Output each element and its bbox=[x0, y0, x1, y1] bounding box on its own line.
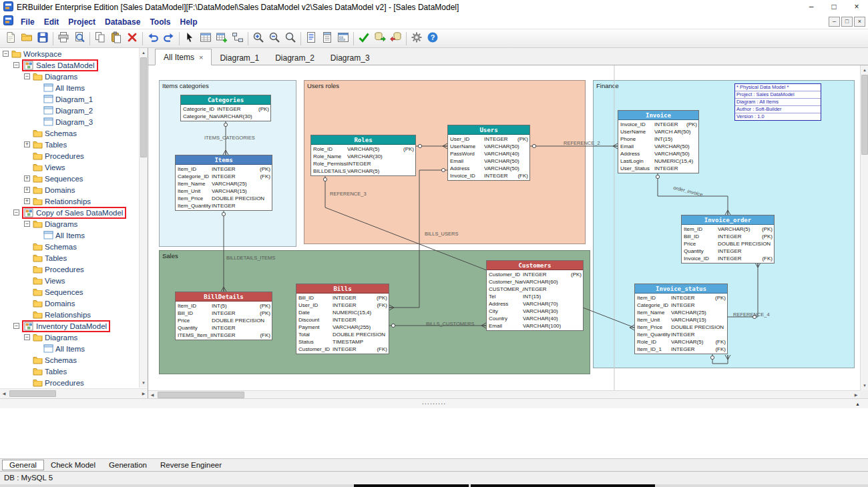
tree-item-all-items[interactable]: All Items bbox=[35, 229, 85, 241]
tree-item-diagram-1[interactable]: Diagram_1 bbox=[35, 93, 93, 105]
output-tab-check-model[interactable]: Check Model bbox=[44, 460, 102, 470]
mdi-restore-button[interactable]: □ bbox=[841, 17, 853, 27]
tree-item-views[interactable]: Views bbox=[24, 275, 65, 286]
tab-all-items[interactable]: All Items× bbox=[155, 49, 212, 65]
tree-horizontal-scrollbar[interactable]: ◀ ▶ bbox=[0, 388, 148, 398]
help-button[interactable]: ? bbox=[425, 31, 441, 47]
tab-diagram-2[interactable]: Diagram_2 bbox=[267, 51, 322, 65]
check-model-button[interactable] bbox=[356, 31, 372, 47]
tree-item-sequences[interactable]: Sequences bbox=[24, 286, 83, 298]
tree-item-schemas[interactable]: Schemas bbox=[24, 127, 77, 139]
tree-item-diagrams[interactable]: −Diagrams bbox=[24, 332, 77, 343]
splitter-handle[interactable]: ......... ▲ bbox=[0, 398, 868, 408]
tree-item-sales-datamodel[interactable]: −Sales DataModel bbox=[13, 59, 98, 71]
tree-item-diagrams[interactable]: −Diagrams bbox=[24, 218, 77, 229]
collapse-expander-icon[interactable]: − bbox=[24, 221, 30, 227]
scroll-up-icon[interactable]: ▲ bbox=[140, 48, 148, 57]
tree-item-relationships[interactable]: Relationships bbox=[24, 309, 91, 320]
tree-item-procedures[interactable]: Procedures bbox=[24, 264, 84, 275]
entity-bills[interactable]: BillsBill_IDINTEGER(PK)User_IDINTEGER(FK… bbox=[296, 284, 389, 354]
add-table-button[interactable] bbox=[214, 31, 230, 47]
entity-billdetails[interactable]: BillDetailsItem_IDINT(5)(PK)Bill_IDINTEG… bbox=[175, 292, 272, 340]
expand-expander-icon[interactable]: + bbox=[24, 141, 30, 147]
tree-item-schemas[interactable]: Schemas bbox=[24, 241, 77, 252]
print-button[interactable] bbox=[55, 31, 71, 47]
tree-item-views[interactable]: Views bbox=[24, 161, 65, 173]
copy-button[interactable] bbox=[92, 31, 108, 47]
tree-item-copy-of-sales-datamodel[interactable]: −Copy of Sales DataModel bbox=[13, 207, 126, 218]
tree-item-tables[interactable]: Tables bbox=[24, 366, 67, 377]
output-tab-reverse-engineer[interactable]: Reverse Engineer bbox=[154, 460, 228, 470]
scrollbar-thumb[interactable] bbox=[861, 75, 868, 155]
forward-engineer-button[interactable] bbox=[372, 31, 388, 47]
save-button[interactable] bbox=[35, 31, 51, 47]
open-folder-button[interactable] bbox=[19, 31, 35, 47]
entity-customers[interactable]: CustomersCustomer_IDINTEGER(PK)Customer_… bbox=[486, 260, 584, 331]
scrollbar-thumb[interactable] bbox=[158, 392, 244, 398]
window-close-button[interactable]: × bbox=[845, 0, 868, 15]
menu-file[interactable]: File bbox=[16, 16, 39, 28]
expand-expander-icon[interactable]: + bbox=[24, 175, 30, 181]
tree-item-all-items[interactable]: All Items bbox=[35, 343, 85, 354]
menu-tools[interactable]: Tools bbox=[145, 16, 175, 28]
new-file-button[interactable] bbox=[3, 31, 19, 47]
scroll-left-icon[interactable]: ◀ bbox=[0, 389, 8, 398]
splitter-dots[interactable]: ......... bbox=[0, 399, 868, 405]
tree-item-schemas[interactable]: Schemas bbox=[24, 354, 77, 366]
window-minimize-button[interactable]: – bbox=[800, 0, 823, 15]
tree-item-diagram-2[interactable]: Diagram_2 bbox=[35, 105, 93, 116]
redo-button[interactable] bbox=[161, 31, 177, 47]
scroll-up-icon[interactable]: ▲ bbox=[861, 65, 868, 75]
collapse-expander-icon[interactable]: − bbox=[13, 62, 19, 68]
menu-project[interactable]: Project bbox=[63, 16, 100, 28]
table-button[interactable] bbox=[198, 31, 214, 47]
tree-item-sequences[interactable]: +Sequences bbox=[24, 173, 83, 184]
zoom-button[interactable] bbox=[282, 31, 298, 47]
scrollbar-thumb[interactable] bbox=[140, 57, 147, 157]
entity-invoice-order[interactable]: Invoice_orderItem_IDVARCHAR(5)(PK)Bill_I… bbox=[681, 215, 775, 264]
entity-invoice[interactable]: InvoiceInvoice_IDINTEGER(PK)UserNameVARC… bbox=[618, 110, 699, 173]
diagram-note[interactable]: * Physical Data Model *Project : Sales D… bbox=[734, 83, 821, 121]
paste-button[interactable] bbox=[108, 31, 124, 47]
entity-invoice-status[interactable]: Invoice_statusItem_IDINTEGER(PK)Categori… bbox=[634, 284, 728, 354]
collapse-expander-icon[interactable]: − bbox=[24, 73, 30, 79]
tree-item-diagram-3[interactable]: Diagram_3 bbox=[35, 116, 93, 127]
scroll-down-icon[interactable]: ▼ bbox=[861, 381, 868, 390]
collapse-expander-icon[interactable]: − bbox=[13, 323, 19, 329]
report-button[interactable] bbox=[303, 31, 319, 47]
output-tab-generation[interactable]: Generation bbox=[102, 460, 154, 470]
expand-expander-icon[interactable]: + bbox=[24, 187, 30, 193]
diagram-canvas[interactable]: Items categoriesUsers rolesFinanceSalesI… bbox=[148, 65, 860, 390]
tree-item-inventory-datamodel[interactable]: −Inventory DataModel bbox=[13, 320, 110, 332]
entity-categories[interactable]: CategoriesCategorie_IDINTEGER(PK)Categor… bbox=[180, 95, 271, 121]
menu-database[interactable]: Database bbox=[100, 16, 145, 28]
reverse-engineer-button[interactable] bbox=[388, 31, 404, 47]
mdi-minimize-button[interactable]: – bbox=[829, 17, 840, 27]
collapse-expander-icon[interactable]: − bbox=[24, 334, 30, 340]
pointer-button[interactable] bbox=[182, 31, 198, 47]
tab-diagram-3[interactable]: Diagram_3 bbox=[322, 51, 378, 65]
collapse-expander-icon[interactable]: − bbox=[13, 209, 19, 215]
tree-item-workspace[interactable]: −Workspace bbox=[3, 48, 61, 59]
zoom-out-button[interactable] bbox=[266, 31, 282, 47]
expand-expander-icon[interactable]: + bbox=[24, 198, 30, 204]
tree-item-all-items[interactable]: All Items bbox=[35, 82, 85, 93]
canvas-vertical-scrollbar[interactable]: ▲ ▼ bbox=[860, 65, 868, 390]
menu-edit[interactable]: Edit bbox=[39, 16, 64, 28]
tree-item-diagrams[interactable]: −Diagrams bbox=[24, 71, 77, 82]
canvas-horizontal-scrollbar[interactable]: ◀ ▶ bbox=[148, 390, 860, 398]
output-tab-general[interactable]: General bbox=[2, 460, 44, 470]
undo-button[interactable] bbox=[145, 31, 161, 47]
print-preview-button[interactable] bbox=[71, 31, 87, 47]
tree-item-domains[interactable]: +Domains bbox=[24, 184, 75, 195]
form-button[interactable] bbox=[335, 31, 351, 47]
tab-close-icon[interactable]: × bbox=[199, 53, 203, 61]
entity-users[interactable]: UsersUser_IDINTEGER(PK)UserNameVARCHAR(5… bbox=[447, 125, 530, 181]
tree-item-tables[interactable]: +Tables bbox=[24, 139, 67, 150]
zoom-in-button[interactable] bbox=[250, 31, 266, 47]
collapse-panel-icon[interactable]: ▲ bbox=[855, 402, 860, 406]
scroll-down-icon[interactable]: ▼ bbox=[140, 378, 148, 388]
tree-item-tables[interactable]: Tables bbox=[24, 252, 67, 264]
collapse-expander-icon[interactable]: − bbox=[3, 51, 9, 57]
delete-button[interactable] bbox=[124, 31, 140, 47]
